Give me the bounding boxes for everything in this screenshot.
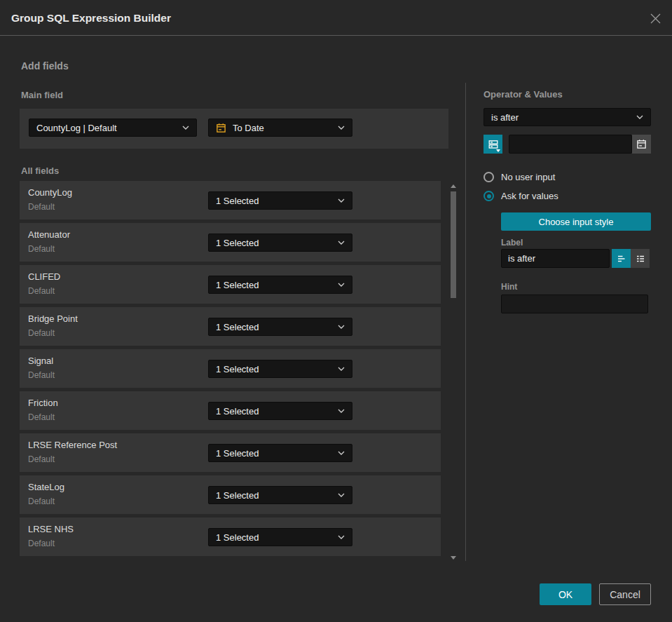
- field-row-bridge-point: Bridge Point Default 1 Selected: [20, 307, 441, 346]
- main-field-heading: Main field: [21, 90, 63, 100]
- field-subtitle: Default: [28, 370, 55, 380]
- field-subtitle: Default: [28, 496, 55, 506]
- ask-for-values-label: Ask for values: [501, 191, 558, 201]
- chevron-down-icon: [338, 198, 345, 203]
- field-selection-dropdown[interactable]: 1 Selected: [208, 276, 352, 294]
- calendar-icon: [216, 123, 226, 133]
- field-subtitle: Default: [28, 328, 55, 338]
- field-name: Bridge Point: [28, 313, 78, 324]
- stacked-values-icon: [488, 139, 499, 150]
- main-field-dropdown[interactable]: CountyLog | Default: [29, 119, 197, 137]
- chevron-down-icon: [338, 409, 345, 413]
- label-input[interactable]: [501, 249, 610, 268]
- label-heading: Label: [501, 238, 523, 248]
- operator-dropdown[interactable]: is after: [484, 108, 651, 126]
- field-row-clifed: CLIFED Default 1 Selected: [20, 265, 441, 304]
- chevron-down-icon: [338, 367, 345, 371]
- field-name: LRSE Reference Post: [28, 440, 117, 450]
- field-row-lrse-reference-post: LRSE Reference Post Default 1 Selected: [20, 433, 441, 472]
- field-name: CountyLog: [28, 187, 72, 198]
- ask-for-values-radio[interactable]: Ask for values: [484, 191, 558, 201]
- field-name: StateLog: [28, 482, 64, 492]
- ok-button[interactable]: OK: [540, 583, 591, 605]
- scrollbar-thumb[interactable]: [451, 191, 456, 298]
- chevron-down-icon: [338, 493, 345, 497]
- list-style-button[interactable]: [631, 249, 650, 268]
- field-subtitle: Default: [28, 202, 55, 212]
- radio-unselected-icon: [484, 172, 494, 182]
- date-field-dropdown-value: To Date: [233, 123, 332, 133]
- panel-divider: [465, 83, 466, 561]
- selection-count: 1 Selected: [216, 364, 332, 374]
- dropdown-corner-arrow-icon: [496, 149, 500, 152]
- selection-count: 1 Selected: [216, 196, 332, 206]
- field-row-attenuator: Attenuator Default 1 Selected: [20, 223, 441, 262]
- date-field-dropdown[interactable]: To Date: [208, 119, 352, 137]
- group-sql-expression-builder-dialog: Group SQL Expression Builder Add fields …: [0, 0, 672, 622]
- operator-dropdown-value: is after: [491, 112, 631, 123]
- field-row-countylog: CountyLog Default 1 Selected: [20, 181, 441, 219]
- field-selection-dropdown[interactable]: 1 Selected: [208, 486, 352, 504]
- field-subtitle: Default: [28, 244, 55, 254]
- chevron-down-icon: [338, 283, 345, 287]
- field-selection-dropdown[interactable]: 1 Selected: [208, 318, 352, 336]
- close-button[interactable]: [648, 11, 662, 25]
- main-field-dropdown-value: CountyLog | Default: [36, 123, 177, 133]
- field-subtitle: Default: [28, 539, 55, 548]
- selection-count: 1 Selected: [216, 532, 332, 543]
- chevron-down-icon: [182, 126, 189, 130]
- field-subtitle: Default: [28, 412, 55, 422]
- field-name: Friction: [28, 398, 58, 408]
- operator-values-heading: Operator & Values: [484, 89, 563, 100]
- radio-selected-icon: [484, 191, 494, 201]
- dialog-title: Group SQL Expression Builder: [11, 0, 171, 36]
- date-picker-button[interactable]: [632, 135, 651, 154]
- chevron-down-icon: [338, 126, 345, 130]
- hint-input[interactable]: [501, 295, 648, 313]
- selection-count: 1 Selected: [216, 448, 332, 459]
- field-row-friction: Friction Default 1 Selected: [20, 391, 441, 430]
- calendar-icon: [636, 139, 647, 149]
- choose-input-style-button[interactable]: Choose input style: [501, 212, 651, 231]
- date-value-input[interactable]: [509, 135, 632, 154]
- scrollbar-up-arrow[interactable]: [451, 184, 456, 188]
- selection-count: 1 Selected: [216, 322, 332, 332]
- unique-values-button[interactable]: [484, 135, 502, 154]
- hint-heading: Hint: [501, 282, 517, 292]
- field-row-signal: Signal Default 1 Selected: [20, 349, 441, 388]
- dialog-titlebar: Group SQL Expression Builder: [0, 0, 672, 36]
- chevron-down-icon: [338, 451, 345, 455]
- selection-count: 1 Selected: [216, 238, 332, 248]
- no-user-input-label: No user input: [501, 172, 555, 182]
- field-row-statelog: StateLog Default 1 Selected: [20, 475, 441, 514]
- selection-count: 1 Selected: [216, 406, 332, 417]
- chevron-down-icon: [338, 325, 345, 329]
- single-line-style-button[interactable]: [612, 249, 631, 268]
- field-selection-dropdown[interactable]: 1 Selected: [208, 402, 352, 420]
- add-fields-heading: Add fields: [21, 60, 69, 72]
- selection-count: 1 Selected: [216, 490, 332, 501]
- chevron-down-icon: [636, 115, 643, 119]
- field-row-lrse-nhs: LRSE NHS Default 1 Selected: [20, 518, 441, 556]
- close-icon: [650, 13, 661, 25]
- field-subtitle: Default: [28, 286, 55, 296]
- chevron-down-icon: [338, 241, 345, 245]
- cancel-button[interactable]: Cancel: [599, 583, 651, 605]
- scrollbar-down-arrow[interactable]: [451, 556, 456, 560]
- all-fields-heading: All fields: [21, 165, 59, 176]
- field-name: LRSE NHS: [28, 524, 74, 534]
- field-selection-dropdown[interactable]: 1 Selected: [208, 528, 352, 546]
- selection-count: 1 Selected: [216, 280, 332, 290]
- main-field-panel: CountyLog | Default To Date: [20, 109, 448, 149]
- field-selection-dropdown[interactable]: 1 Selected: [208, 191, 352, 210]
- field-selection-dropdown[interactable]: 1 Selected: [208, 234, 352, 252]
- field-subtitle: Default: [28, 454, 55, 464]
- field-name: CLIFED: [28, 271, 60, 282]
- no-user-input-radio[interactable]: No user input: [484, 172, 555, 182]
- field-name: Signal: [28, 356, 53, 366]
- field-selection-dropdown[interactable]: 1 Selected: [208, 444, 352, 462]
- chevron-down-icon: [338, 535, 345, 539]
- field-selection-dropdown[interactable]: 1 Selected: [208, 360, 352, 378]
- align-left-icon: [616, 253, 627, 264]
- bulleted-list-icon: [635, 253, 646, 264]
